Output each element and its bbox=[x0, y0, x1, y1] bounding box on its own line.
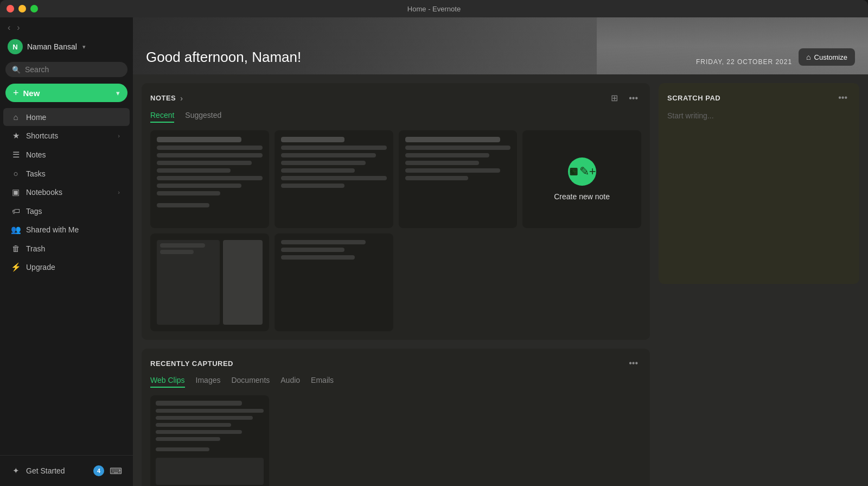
sidebar-item-tasks[interactable]: ○ Tasks bbox=[3, 165, 130, 182]
tags-icon: 🏷 bbox=[11, 206, 21, 216]
expand-icon: › bbox=[118, 189, 120, 195]
rc-tab-emails[interactable]: Emails bbox=[311, 376, 334, 388]
hero-header: Good afternoon, Naman! FRIDAY, 22 OCTOBE… bbox=[133, 17, 868, 74]
tab-recent[interactable]: Recent bbox=[150, 111, 174, 123]
nav-back-button[interactable]: ‹ bbox=[8, 23, 10, 33]
sidebar-item-label: Notes bbox=[26, 150, 46, 159]
minimize-button[interactable] bbox=[18, 5, 26, 12]
rc-card[interactable] bbox=[150, 395, 269, 486]
sidebar-item-label: Shortcuts bbox=[26, 131, 58, 140]
note-card[interactable] bbox=[150, 233, 269, 331]
sidebar-nav: ⌂ Home ★ Shortcuts › ☰ Notes ○ Tasks ▣ N… bbox=[0, 108, 133, 455]
star-icon: ★ bbox=[11, 131, 21, 141]
nav-arrows: ‹ › bbox=[0, 17, 133, 36]
sidebar-item-label: Tags bbox=[26, 207, 42, 216]
sidebar-item-upgrade[interactable]: ⚡ Upgrade bbox=[3, 258, 130, 276]
sidebar-item-shortcuts[interactable]: ★ Shortcuts › bbox=[3, 127, 130, 145]
tab-suggested[interactable]: Suggested bbox=[185, 111, 221, 123]
svg-text:✎: ✎ bbox=[569, 169, 575, 176]
note-card[interactable] bbox=[150, 130, 269, 228]
create-note-label: Create new note bbox=[554, 192, 610, 201]
sidebar-item-label: Notebooks bbox=[26, 188, 62, 197]
main-content: Good afternoon, Naman! FRIDAY, 22 OCTOBE… bbox=[133, 17, 868, 486]
shared-icon: 👥 bbox=[11, 225, 21, 235]
sidebar-item-label: Shared with Me bbox=[26, 225, 79, 234]
sidebar-item-label: Trash bbox=[26, 244, 45, 253]
greeting-text: Good afternoon, Naman! bbox=[146, 49, 696, 66]
sidebar-item-label: Home bbox=[26, 113, 46, 122]
rc-tab-audio[interactable]: Audio bbox=[280, 376, 300, 388]
notes-widget-title: NOTES bbox=[150, 94, 176, 102]
scratch-pad-body[interactable]: Start writing... bbox=[667, 111, 851, 120]
note-card[interactable] bbox=[275, 233, 393, 331]
notes-grid-second bbox=[150, 233, 641, 331]
sidebar-item-label: Tasks bbox=[26, 169, 46, 178]
nav-forward-button[interactable]: › bbox=[17, 23, 20, 33]
notes-widget: NOTES › ⊞ ••• Recent Suggested bbox=[142, 83, 650, 340]
note-card[interactable] bbox=[399, 130, 518, 228]
sidebar-item-label: Upgrade bbox=[26, 263, 55, 272]
close-button[interactable] bbox=[7, 5, 14, 12]
notes-view-toggle[interactable]: ⊞ bbox=[608, 92, 621, 104]
notes-grid: ✎ ✎+ Create new note bbox=[150, 130, 641, 228]
maximize-button[interactable] bbox=[30, 5, 38, 12]
scratch-pad-header: SCRATCH PAD ••• bbox=[667, 92, 851, 104]
rc-tabs: Web Clips Images Documents Audio Emails bbox=[150, 376, 641, 388]
sidebar-item-notebooks[interactable]: ▣ Notebooks › bbox=[3, 183, 130, 201]
avatar: N bbox=[8, 39, 23, 54]
sidebar-item-trash[interactable]: 🗑 Trash bbox=[3, 239, 130, 257]
note-card[interactable] bbox=[275, 130, 393, 228]
titlebar: Home - Evernote bbox=[0, 0, 868, 17]
scratch-placeholder: Start writing... bbox=[667, 111, 714, 120]
rc-more-button[interactable]: ••• bbox=[626, 357, 641, 369]
notes-more-button[interactable]: ••• bbox=[626, 92, 641, 104]
rc-grid bbox=[150, 395, 641, 486]
sidebar-item-shared[interactable]: 👥 Shared with Me bbox=[3, 220, 130, 239]
search-label: Search bbox=[25, 65, 49, 74]
user-name: Naman Bansal bbox=[27, 42, 77, 51]
sidebar-item-notes[interactable]: ☰ Notes bbox=[3, 146, 130, 164]
date-text: FRIDAY, 22 OCTOBER 2021 bbox=[696, 58, 792, 66]
rc-tab-webclips[interactable]: Web Clips bbox=[150, 376, 185, 388]
get-started-label: Get Started bbox=[26, 466, 65, 475]
window-controls bbox=[7, 5, 38, 12]
get-started-icon: ✦ bbox=[11, 466, 21, 476]
scratch-pad-widget: SCRATCH PAD ••• Start writing... bbox=[659, 83, 859, 284]
new-plus-icon: + bbox=[13, 88, 19, 98]
window-title: Home - Evernote bbox=[407, 5, 461, 13]
scratch-more-button[interactable]: ••• bbox=[835, 92, 851, 104]
new-button[interactable]: + New ▾ bbox=[5, 84, 127, 102]
content-left: NOTES › ⊞ ••• Recent Suggested bbox=[142, 83, 650, 486]
rc-widget-header: RECENTLY CAPTURED ••• bbox=[150, 357, 641, 369]
notes-widget-header: NOTES › ⊞ ••• bbox=[150, 92, 641, 104]
search-icon: 🔍 bbox=[12, 66, 21, 74]
sidebar-item-tags[interactable]: 🏷 Tags bbox=[3, 202, 130, 220]
rc-tab-documents[interactable]: Documents bbox=[231, 376, 270, 388]
sidebar-bottom: ✦ Get Started 4 ⌨ bbox=[0, 455, 133, 486]
customize-label: Customize bbox=[814, 53, 847, 61]
rc-widget-title: RECENTLY CAPTURED bbox=[150, 359, 233, 368]
create-note-icon: ✎ ✎+ bbox=[568, 157, 596, 186]
expand-icon: › bbox=[118, 132, 120, 139]
notes-tabs: Recent Suggested bbox=[150, 111, 641, 123]
hero-image bbox=[597, 17, 868, 74]
rc-tab-images[interactable]: Images bbox=[196, 376, 221, 388]
notes-icon: ☰ bbox=[11, 150, 21, 160]
create-note-card[interactable]: ✎ ✎+ Create new note bbox=[522, 130, 641, 228]
tasks-icon: ○ bbox=[11, 169, 21, 178]
notification-badge: 4 bbox=[93, 465, 104, 476]
customize-button[interactable]: ⌂ Customize bbox=[799, 48, 855, 66]
notes-expand-arrow[interactable]: › bbox=[180, 94, 183, 103]
get-started-item[interactable]: ✦ Get Started 4 ⌨ bbox=[3, 461, 130, 481]
keyboard-icon[interactable]: ⌨ bbox=[110, 466, 122, 476]
user-section[interactable]: N Naman Bansal ▾ bbox=[0, 36, 133, 60]
search-bar[interactable]: 🔍 Search bbox=[5, 62, 127, 77]
trash-icon: 🗑 bbox=[11, 244, 21, 253]
upgrade-icon: ⚡ bbox=[11, 262, 21, 272]
new-chevron-icon: ▾ bbox=[116, 89, 120, 97]
sidebar-item-home[interactable]: ⌂ Home bbox=[3, 108, 130, 126]
sidebar: ‹ › N Naman Bansal ▾ 🔍 Search + New ▾ ⌂ … bbox=[0, 17, 133, 486]
notebooks-icon: ▣ bbox=[11, 187, 21, 197]
home-customize-icon: ⌂ bbox=[806, 53, 810, 61]
home-icon: ⌂ bbox=[11, 112, 21, 122]
